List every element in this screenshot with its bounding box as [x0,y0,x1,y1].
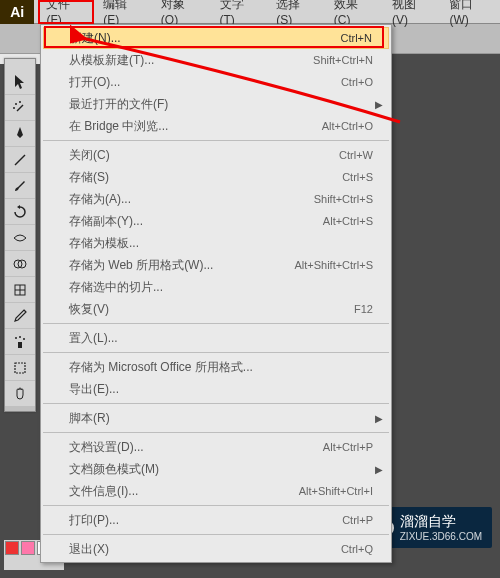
file-menu-item[interactable]: 从模板新建(T)...Shift+Ctrl+N [41,49,391,71]
menu-item-label: 存储为模板... [69,235,373,252]
svg-line-3 [15,155,25,165]
menu-separator [43,140,389,141]
menu-item-shortcut: Shift+Ctrl+N [313,54,373,66]
svg-rect-13 [15,363,25,373]
menu-item-shortcut: F12 [354,303,373,315]
file-menu-item[interactable]: 最近打开的文件(F)▶ [41,93,391,115]
menu-item-label: 存储副本(Y)... [69,213,323,230]
toolbox-handle[interactable] [5,59,35,69]
file-menu-item[interactable]: 导出(E)... [41,378,391,400]
svg-point-12 [23,338,25,340]
svg-point-1 [19,101,21,103]
menu-item-label: 最近打开的文件(F) [69,96,373,113]
watermark-sub: ZIXUE.3D66.COM [400,531,482,542]
tool-width[interactable] [5,225,35,251]
menubar: Ai 文件(F)编辑(E)对象(O)文字(T)选择(S)效果(C)视图(V)窗口… [0,0,500,24]
menu-item-label: 新建(N)... [70,30,341,47]
menu-item-shortcut: Shift+Ctrl+S [314,193,373,205]
file-menu-item[interactable]: 存储为 Web 所用格式(W)...Alt+Shift+Ctrl+S [41,254,391,276]
menu-item-label: 退出(X) [69,541,341,558]
menu-item-shortcut: Ctrl+O [341,76,373,88]
menu-item-label: 在 Bridge 中浏览... [69,118,322,135]
menu-separator [43,323,389,324]
menu-item-label: 导出(E)... [69,381,373,398]
toolbox [4,58,36,412]
file-dropdown-menu: 新建(N)...Ctrl+N从模板新建(T)...Shift+Ctrl+N打开(… [40,24,392,563]
menu-item-shortcut: Ctrl+N [341,32,372,44]
tool-magic-wand[interactable] [5,95,35,121]
tool-selection[interactable] [5,69,35,95]
tool-paintbrush[interactable] [5,173,35,199]
watermark-title: 溜溜自学 [400,513,482,531]
menu-item-label: 文档颜色模式(M) [69,461,373,478]
menu-item-label: 文件信息(I)... [69,483,299,500]
file-menu-item[interactable]: 新建(N)...Ctrl+N [43,27,389,49]
menu-separator [43,534,389,535]
file-menu-item[interactable]: 存储为(A)...Shift+Ctrl+S [41,188,391,210]
menu-item-shortcut: Alt+Shift+Ctrl+S [294,259,373,271]
svg-rect-9 [18,342,22,348]
file-menu-item[interactable]: 存储为模板... [41,232,391,254]
svg-point-0 [15,103,17,105]
menu-item-label: 存储为 Web 所用格式(W)... [69,257,294,274]
submenu-arrow-icon: ▶ [375,99,383,110]
submenu-arrow-icon: ▶ [375,464,383,475]
menu-item-shortcut: Alt+Ctrl+S [323,215,373,227]
file-menu-item[interactable]: 存储(S)Ctrl+S [41,166,391,188]
menu-item-7[interactable]: 窗口(W) [439,0,500,31]
menu-item-label: 置入(L)... [69,330,373,347]
tool-mesh[interactable] [5,277,35,303]
file-menu-item[interactable]: 恢复(V)F12 [41,298,391,320]
file-menu-item[interactable]: 脚本(R)▶ [41,407,391,429]
file-menu-item[interactable]: 置入(L)... [41,327,391,349]
menu-item-shortcut: Alt+Ctrl+O [322,120,373,132]
file-menu-item[interactable]: 关闭(C)Ctrl+W [41,144,391,166]
file-menu-item[interactable]: 存储选中的切片... [41,276,391,298]
file-menu-item[interactable]: 文档颜色模式(M)▶ [41,458,391,480]
menu-separator [43,403,389,404]
menu-item-label: 恢复(V) [69,301,354,318]
file-menu-item[interactable]: 存储副本(Y)...Alt+Ctrl+S [41,210,391,232]
file-menu-item[interactable]: 存储为 Microsoft Office 所用格式... [41,356,391,378]
menu-item-shortcut: Ctrl+Q [341,543,373,555]
app-icon: Ai [0,0,34,24]
svg-point-2 [13,107,15,109]
menu-item-shortcut: Alt+Shift+Ctrl+I [299,485,373,497]
tool-shape-builder[interactable] [5,251,35,277]
tool-line[interactable] [5,147,35,173]
file-menu-item[interactable]: 文件信息(I)...Alt+Shift+Ctrl+I [41,480,391,502]
file-menu-item[interactable]: 退出(X)Ctrl+Q [41,538,391,560]
svg-point-10 [15,337,17,339]
file-menu-item[interactable]: 在 Bridge 中浏览...Alt+Ctrl+O [41,115,391,137]
tool-symbol-sprayer[interactable] [5,329,35,355]
tool-artboard[interactable] [5,355,35,381]
tool-pen[interactable] [5,121,35,147]
menu-item-label: 从模板新建(T)... [69,52,313,69]
menu-item-label: 存储为(A)... [69,191,314,208]
tool-hand[interactable] [5,381,35,407]
menu-item-label: 存储选中的切片... [69,279,373,296]
menu-item-shortcut: Ctrl+P [342,514,373,526]
menu-item-label: 文档设置(D)... [69,439,323,456]
file-menu-item[interactable]: 打开(O)...Ctrl+O [41,71,391,93]
menu-item-label: 打开(O)... [69,74,341,91]
menu-item-shortcut: Ctrl+S [342,171,373,183]
menu-separator [43,432,389,433]
menu-item-label: 存储(S) [69,169,342,186]
submenu-arrow-icon: ▶ [375,413,383,424]
menu-item-shortcut: Ctrl+W [339,149,373,161]
menu-item-label: 存储为 Microsoft Office 所用格式... [69,359,373,376]
menu-item-shortcut: Alt+Ctrl+P [323,441,373,453]
menu-item-label: 打印(P)... [69,512,342,529]
svg-point-11 [19,336,21,338]
menu-separator [43,505,389,506]
tool-eyedropper[interactable] [5,303,35,329]
tool-rotate[interactable] [5,199,35,225]
menu-item-label: 关闭(C) [69,147,339,164]
file-menu-item[interactable]: 打印(P)...Ctrl+P [41,509,391,531]
file-menu-item[interactable]: 文档设置(D)...Alt+Ctrl+P [41,436,391,458]
menu-separator [43,352,389,353]
menu-item-label: 脚本(R) [69,410,373,427]
